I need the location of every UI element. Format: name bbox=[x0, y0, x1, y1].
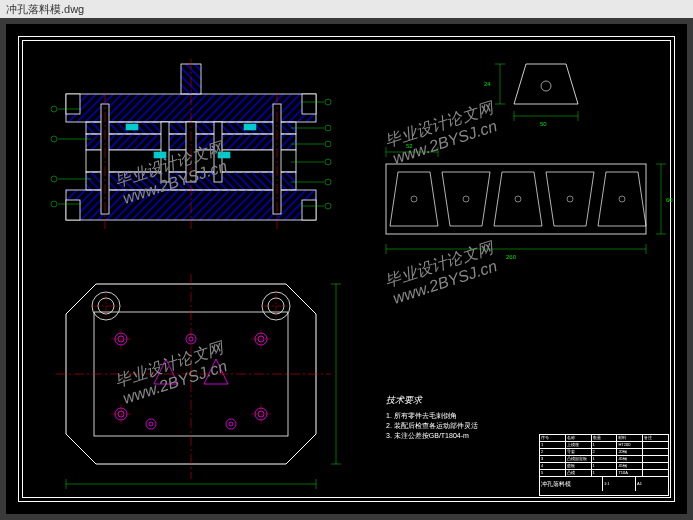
svg-rect-11 bbox=[302, 200, 316, 220]
table-row: 冲孔落料模 1:1 A1 bbox=[540, 477, 668, 491]
svg-rect-21 bbox=[218, 152, 230, 158]
svg-rect-20 bbox=[154, 152, 166, 158]
svg-rect-18 bbox=[126, 124, 138, 130]
svg-point-84 bbox=[541, 81, 551, 91]
svg-point-28 bbox=[51, 136, 57, 142]
svg-point-44 bbox=[325, 203, 331, 209]
title-block: 序号 名称 数量 材料 备注 1 上模座 1 HT200 2 导套 2 20钢 … bbox=[539, 434, 669, 496]
technical-notes: 技术要求 1. 所有零件去毛刺倒角 2. 装配后检查各运动部件灵活 3. 未注公… bbox=[386, 394, 478, 441]
window-title: 冲孔落料模.dwg bbox=[6, 3, 84, 15]
svg-point-30 bbox=[51, 176, 57, 182]
svg-point-60 bbox=[146, 419, 156, 429]
svg-point-62 bbox=[226, 419, 236, 429]
section-view bbox=[51, 59, 331, 229]
svg-point-97 bbox=[567, 196, 573, 202]
table-row: 5 凸模 1 T10A bbox=[540, 470, 668, 477]
svg-text:50: 50 bbox=[540, 121, 547, 127]
notes-line: 3. 未注公差按GB/T1804-m bbox=[386, 431, 478, 441]
svg-point-96 bbox=[515, 196, 521, 202]
svg-text:260: 260 bbox=[506, 254, 517, 260]
svg-point-95 bbox=[463, 196, 469, 202]
svg-point-38 bbox=[325, 141, 331, 147]
svg-rect-10 bbox=[66, 200, 80, 220]
table-row: 2 导套 2 20钢 bbox=[540, 449, 668, 456]
svg-point-42 bbox=[325, 179, 331, 185]
svg-point-34 bbox=[325, 99, 331, 105]
strip-layout: 260 52 60 bbox=[386, 143, 673, 260]
cad-canvas[interactable]: 50 24 bbox=[6, 24, 687, 514]
table-row: 3 凸模固定板 1 45钢 bbox=[540, 456, 668, 463]
notes-line: 1. 所有零件去毛刺倒角 bbox=[386, 411, 478, 421]
plan-view bbox=[56, 274, 341, 489]
svg-rect-93 bbox=[386, 164, 646, 234]
table-row: 1 上模座 1 HT200 bbox=[540, 442, 668, 449]
svg-text:52: 52 bbox=[406, 143, 413, 149]
svg-point-32 bbox=[51, 201, 57, 207]
svg-point-36 bbox=[325, 125, 331, 131]
svg-point-40 bbox=[325, 159, 331, 165]
svg-text:24: 24 bbox=[484, 81, 491, 87]
svg-point-94 bbox=[411, 196, 417, 202]
svg-text:60: 60 bbox=[666, 197, 673, 203]
svg-rect-8 bbox=[66, 94, 80, 114]
part-detail: 50 24 bbox=[484, 64, 578, 127]
svg-point-61 bbox=[149, 422, 153, 426]
table-row: 序号 名称 数量 材料 备注 bbox=[540, 435, 668, 442]
notes-line: 2. 装配后检查各运动部件灵活 bbox=[386, 421, 478, 431]
window-titlebar: 冲孔落料模.dwg bbox=[0, 0, 693, 18]
svg-point-63 bbox=[229, 422, 233, 426]
table-row: 4 垫板 1 45钢 bbox=[540, 463, 668, 470]
svg-rect-19 bbox=[244, 124, 256, 130]
svg-rect-9 bbox=[302, 94, 316, 114]
svg-point-26 bbox=[51, 106, 57, 112]
notes-title: 技术要求 bbox=[386, 394, 478, 407]
svg-point-98 bbox=[619, 196, 625, 202]
